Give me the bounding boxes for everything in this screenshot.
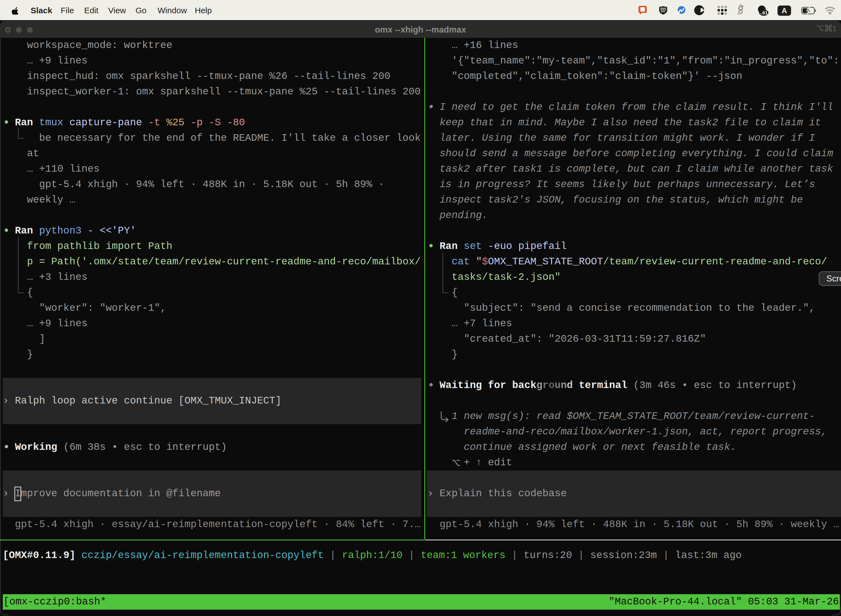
svg-text:A: A (782, 7, 787, 15)
svg-text:..61: ..61 (760, 10, 768, 15)
svg-text:1: 1 (832, 25, 837, 32)
